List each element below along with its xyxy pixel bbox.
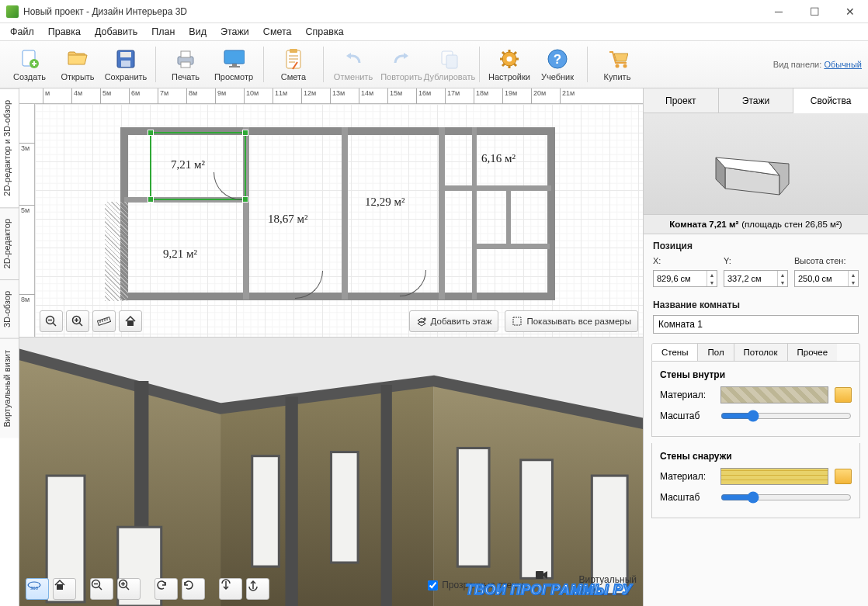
tab-project[interactable]: Проект [644, 88, 719, 113]
position-section: Позиция X: Y: Высота стен: ▲▼ ▲▼ ▲▼ [644, 234, 868, 293]
outer-walls-panel: Стены снаружи Материал: Масштаб [651, 443, 860, 518]
minimize-button[interactable]: ─ [761, 0, 797, 23]
room-name-input[interactable] [653, 315, 859, 334]
save-button[interactable]: Сохранить [102, 43, 149, 86]
outer-material-swatch[interactable] [720, 468, 828, 485]
tab-floors[interactable]: Этажи [719, 88, 794, 113]
measure-button[interactable] [92, 310, 116, 332]
inner-material-swatch[interactable] [720, 386, 828, 403]
open-button[interactable]: Открыть [54, 43, 101, 86]
view-zoom-out-button[interactable] [90, 578, 113, 600]
smeta-button[interactable]: Смета [270, 43, 317, 86]
inner-material-browse[interactable] [835, 387, 852, 403]
h-input[interactable]: ▲▼ [794, 270, 859, 287]
virtual-visit-button[interactable]: Виртуальный визит [536, 570, 637, 600]
menu-floors[interactable]: Этажи [214, 25, 256, 39]
subtab-floor[interactable]: Пол [698, 344, 734, 361]
outer-walls-heading: Стены снаружи [660, 451, 852, 462]
menu-file[interactable]: Файл [3, 25, 41, 39]
view-home-button[interactable] [53, 578, 76, 600]
x-input[interactable]: ▲▼ [653, 270, 717, 287]
buy-button[interactable]: Купить [594, 43, 641, 86]
right-tabs: Проект Этажи Свойства [644, 88, 868, 113]
close-button[interactable]: ✕ [832, 0, 868, 23]
rotate-cw-button[interactable] [182, 578, 205, 600]
panel-mode-link[interactable]: Обычный [824, 60, 862, 69]
pan-button[interactable] [26, 578, 49, 600]
subtab-ceiling[interactable]: Потолок [734, 344, 788, 361]
settings-button[interactable]: Настройки [486, 43, 533, 86]
svg-text:?: ? [554, 52, 561, 67]
menu-help[interactable]: Справка [299, 25, 351, 39]
menu-smeta[interactable]: Смета [256, 25, 299, 39]
add-floor-button[interactable]: Добавить этаж [409, 310, 499, 332]
tutorial-button[interactable]: ? Учебник [534, 43, 581, 86]
tab-properties[interactable]: Свойства [793, 89, 868, 113]
transparent-walls-checkbox[interactable]: Прозрачные стены [428, 580, 523, 590]
svg-rect-6 [181, 51, 190, 57]
outer-material-browse[interactable] [835, 469, 852, 484]
save-label: Сохранить [105, 72, 148, 81]
add-floor-icon [416, 316, 427, 327]
maximize-button[interactable]: ☐ [797, 0, 832, 23]
help-icon: ? [547, 48, 568, 70]
lefttab-3d[interactable]: 3D-обзор [0, 279, 19, 338]
svg-rect-4 [121, 61, 130, 67]
room-label-1: 7,21 м² [171, 158, 205, 171]
menu-edit[interactable]: Правка [41, 25, 88, 39]
preview-label: Просмотр [214, 72, 253, 81]
menu-plan[interactable]: План [144, 25, 182, 39]
ruler-vertical: 3м5м8м [19, 104, 35, 337]
tilt-down-button[interactable] [246, 578, 269, 600]
wall-area: (площадь стен 26,85 м²) [741, 220, 842, 229]
room-3d-preview [644, 113, 868, 214]
smeta-label: Смета [281, 72, 306, 81]
home-button[interactable] [119, 310, 142, 332]
titlebar: Новый проект - Дизайн Интерьера 3D ─ ☐ ✕ [0, 0, 868, 23]
floppy-icon [115, 48, 137, 70]
print-button[interactable]: Печать [162, 43, 209, 86]
undo-button[interactable]: Отменить [330, 43, 377, 86]
view-zoom-in-button[interactable] [117, 578, 141, 600]
left-tabs: 2D-редактор и 3D-обзор 2D-редактор 3D-об… [0, 88, 19, 606]
duplicate-button[interactable]: Дублировать [426, 43, 473, 86]
redo-button[interactable]: Повторить [378, 43, 425, 86]
cart-icon [606, 48, 628, 70]
svg-point-19 [616, 64, 620, 68]
zoom-out-button[interactable] [40, 310, 63, 332]
floor-plan[interactable]: 7,21 м² 6,16 м² 18,67 м² 12,29 м² 9,21 м… [35, 104, 643, 337]
svg-rect-7 [181, 62, 190, 68]
preview-button[interactable]: Просмотр [210, 43, 257, 86]
rotate-ccw-button[interactable] [155, 578, 178, 600]
print-label: Печать [172, 72, 200, 81]
subtab-other[interactable]: Прочее [788, 344, 838, 361]
show-all-sizes-button[interactable]: Показывать все размеры [505, 310, 638, 332]
svg-rect-33 [521, 460, 553, 579]
svg-rect-30 [252, 456, 279, 566]
lefttab-2d3d[interactable]: 2D-редактор и 3D-обзор [0, 88, 19, 207]
menu-view[interactable]: Вид [182, 25, 214, 39]
tilt-up-button[interactable] [219, 578, 242, 600]
create-button[interactable]: Создать [6, 43, 53, 86]
room-title: Комната 7,21 м² [669, 220, 738, 229]
lefttab-virtual[interactable]: Виртуальный визит [0, 338, 19, 438]
svg-rect-25 [513, 317, 521, 325]
room-label-5: 9,21 м² [163, 248, 197, 261]
svg-rect-32 [457, 448, 489, 566]
svg-rect-42 [536, 571, 543, 579]
view-3d[interactable]: 360 Прозрачные стены Виртуальный виз [19, 337, 643, 606]
inner-scale-slider[interactable] [720, 410, 852, 422]
y-input[interactable]: ▲▼ [724, 270, 788, 287]
gear-icon [498, 48, 520, 70]
room-label-4: 12,29 м² [365, 196, 405, 209]
material-tabs: Стены Пол Потолок Прочее [651, 343, 860, 362]
name-section: Название комнаты [644, 293, 868, 340]
room-label-3: 18,67 м² [268, 213, 308, 226]
menu-add[interactable]: Добавить [88, 25, 144, 39]
redo-icon [391, 48, 412, 70]
zoom-in-button[interactable] [66, 310, 89, 332]
lefttab-2d[interactable]: 2D-редактор [0, 207, 19, 279]
inner-scale-label: Масштаб [660, 410, 714, 421]
outer-scale-slider[interactable] [720, 491, 852, 504]
subtab-walls[interactable]: Стены [652, 344, 698, 361]
